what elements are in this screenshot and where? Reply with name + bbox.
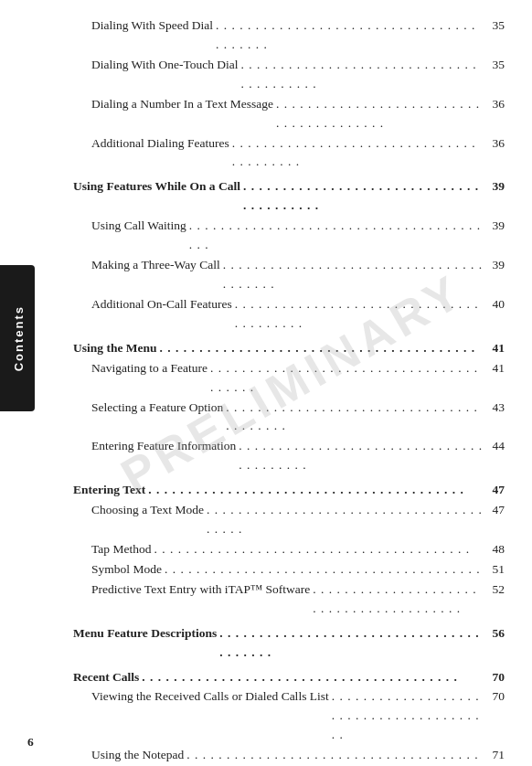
toc-dots: . . . . . . . . . . . . . . . . . . . . … [189, 217, 484, 255]
toc-page-number: 35 [486, 16, 505, 36]
toc-page-number: 48 [486, 540, 505, 559]
toc-page-number: 51 [486, 560, 505, 580]
toc-dots: . . . . . . . . . . . . . . . . . . . . … [223, 256, 484, 294]
toc-page-number: 47 [486, 501, 505, 520]
toc-entry-entry-13: Entering Text . . . . . . . . . . . . . … [73, 481, 505, 500]
toc-page-number: 47 [486, 481, 505, 500]
toc-title: Selecting a Feature Option [91, 399, 223, 418]
toc-entry-entry-17: Predictive Text Entry with iTAP™ Softwar… [73, 580, 505, 619]
toc-page-number: 71 [486, 746, 505, 765]
toc-entry-entry-3: Dialing a Number In a Text Message . . .… [73, 95, 505, 133]
toc-page-number: 36 [486, 134, 505, 154]
toc-entry-entry-9: Using the Menu . . . . . . . . . . . . .… [73, 339, 505, 358]
toc-page-number: 70 [486, 687, 505, 707]
toc-entry-entry-12: Entering Feature Information . . . . . .… [73, 437, 505, 475]
toc-dots: . . . . . . . . . . . . . . . . . . . . … [332, 687, 484, 745]
toc-title: Using Features While On a Call [73, 177, 240, 197]
toc-page-number: 70 [486, 668, 505, 687]
toc-entry-entry-8: Additional On-Call Features . . . . . . … [73, 295, 505, 334]
toc-entry-entry-6: Using Call Waiting . . . . . . . . . . .… [73, 217, 505, 255]
page-container: Contents PRELIMINARY Dialing With Speed … [0, 0, 532, 766]
toc-entry-entry-18: Menu Feature Descriptions . . . . . . . … [73, 624, 505, 663]
toc-dots: . . . . . . . . . . . . . . . . . . . . … [142, 668, 484, 687]
toc-page-number: 52 [486, 580, 505, 600]
toc-title: Dialing With One-Touch Dial [91, 56, 239, 75]
toc-entry-entry-10: Navigating to a Feature . . . . . . . . … [73, 359, 505, 398]
toc-dots: . . . . . . . . . . . . . . . . . . . . … [241, 56, 484, 94]
toc-dots: . . . . . . . . . . . . . . . . . . . . … [160, 339, 484, 358]
toc-page-number: 44 [486, 437, 505, 456]
toc-page-number: 41 [486, 359, 505, 378]
toc-entry-entry-11: Selecting a Feature Option . . . . . . .… [73, 399, 505, 437]
toc-entry-entry-20: Viewing the Received Calls or Dialed Cal… [73, 687, 505, 745]
toc-dots: . . . . . . . . . . . . . . . . . . . . … [186, 746, 484, 766]
toc-entry-entry-19: Recent Calls . . . . . . . . . . . . . .… [73, 668, 505, 687]
toc-title: Dialing With Speed Dial [91, 16, 213, 36]
toc-dots: . . . . . . . . . . . . . . . . . . . . … [210, 359, 484, 398]
toc-entry-entry-14: Choosing a Text Mode . . . . . . . . . .… [73, 501, 505, 539]
sidebar-label: Contents [2, 265, 35, 411]
toc-dots: . . . . . . . . . . . . . . . . . . . . … [313, 580, 484, 619]
toc-entry-entry-2: Dialing With One-Touch Dial . . . . . . … [73, 56, 505, 94]
toc-dots: . . . . . . . . . . . . . . . . . . . . … [235, 295, 484, 334]
toc-dots: . . . . . . . . . . . . . . . . . . . . … [232, 134, 484, 173]
toc-entry-entry-21: Using the Notepad . . . . . . . . . . . … [73, 746, 505, 766]
toc-title: Navigating to a Feature [91, 359, 207, 378]
toc-title: Using the Menu [73, 339, 157, 358]
toc-entry-entry-15: Tap Method . . . . . . . . . . . . . . .… [73, 540, 505, 559]
toc-dots: . . . . . . . . . . . . . . . . . . . . … [219, 624, 484, 663]
toc-title: Viewing the Received Calls or Dialed Cal… [91, 687, 329, 707]
toc-entry-entry-1: Dialing With Speed Dial . . . . . . . . … [73, 16, 505, 55]
toc-dots: . . . . . . . . . . . . . . . . . . . . … [276, 95, 484, 133]
toc-dots: . . . . . . . . . . . . . . . . . . . . … [226, 399, 484, 437]
toc-title: Entering Text [73, 481, 145, 500]
toc-dots: . . . . . . . . . . . . . . . . . . . . … [243, 177, 484, 216]
toc-entry-entry-7: Making a Three-Way Call . . . . . . . . … [73, 256, 505, 294]
toc-dots: . . . . . . . . . . . . . . . . . . . . … [154, 540, 484, 559]
toc-page-number: 39 [486, 256, 505, 275]
toc-dots: . . . . . . . . . . . . . . . . . . . . … [165, 560, 484, 580]
toc-title: Entering Feature Information [91, 437, 236, 456]
toc-page-number: 56 [486, 624, 505, 644]
toc-page-number: 36 [486, 95, 505, 114]
toc-title: Choosing a Text Mode [91, 501, 204, 520]
toc-page-number: 41 [486, 339, 505, 358]
toc-title: Additional Dialing Features [91, 134, 229, 154]
toc-entry-entry-5: Using Features While On a Call . . . . .… [73, 177, 505, 216]
toc-title: Tap Method [91, 540, 151, 559]
toc-content: Dialing With Speed Dial . . . . . . . . … [64, 16, 505, 766]
toc-page-number: 43 [486, 399, 505, 418]
toc-title: Additional On-Call Features [91, 295, 232, 314]
toc-dots: . . . . . . . . . . . . . . . . . . . . … [239, 437, 484, 475]
toc-page-number: 39 [486, 177, 505, 197]
toc-dots: . . . . . . . . . . . . . . . . . . . . … [216, 16, 484, 55]
toc-page-number: 35 [486, 56, 505, 75]
toc-dots: . . . . . . . . . . . . . . . . . . . . … [207, 501, 484, 539]
toc-title: Using Call Waiting [91, 217, 186, 236]
toc-page-number: 40 [486, 295, 505, 314]
toc-title: Recent Calls [73, 668, 139, 687]
toc-page-number: 39 [486, 217, 505, 236]
toc-title: Menu Feature Descriptions [73, 624, 217, 644]
toc-title: Predictive Text Entry with iTAP™ Softwar… [91, 580, 310, 600]
toc-dots: . . . . . . . . . . . . . . . . . . . . … [148, 481, 484, 500]
toc-title: Using the Notepad [91, 746, 184, 765]
page-number: 6 [27, 735, 34, 750]
toc-entry-entry-4: Additional Dialing Features . . . . . . … [73, 134, 505, 173]
toc-title: Dialing a Number In a Text Message [91, 95, 273, 114]
toc-entry-entry-16: Symbol Mode . . . . . . . . . . . . . . … [73, 560, 505, 580]
toc-title: Symbol Mode [91, 560, 162, 580]
toc-title: Making a Three-Way Call [91, 256, 220, 275]
